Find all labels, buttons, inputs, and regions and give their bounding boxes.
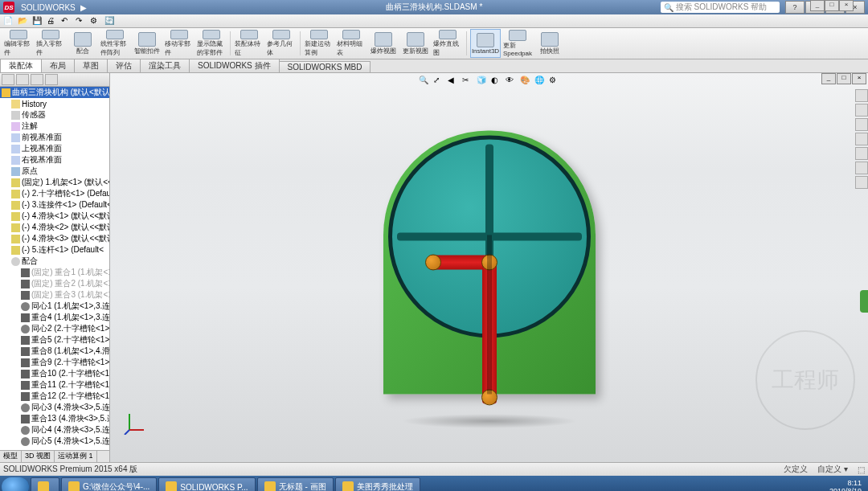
tree-item[interactable]: 重合8 (1.机架<1>,4.滑块... [0,346,109,357]
save-icon[interactable]: 💾 [32,16,43,26]
tree-item[interactable]: 重合12 (2.十字槽轮<1>,... [0,391,109,402]
status-trap-icon[interactable]: ⬚ [858,465,865,474]
ribbon-线性零部件阵列[interactable]: 线性零部件阵列 [100,29,130,58]
tab-草图[interactable]: 草图 [74,59,108,72]
system-clock[interactable]: 8:11 2019/8/19 [825,479,866,491]
view-palette-tab-icon[interactable] [855,133,868,145]
design-library-tab-icon[interactable] [855,104,868,117]
tab-布局[interactable]: 布局 [41,59,75,72]
view-settings-icon[interactable]: ⚙ [549,76,560,87]
prev-view-icon[interactable]: ◀ [448,76,459,87]
open-icon[interactable]: 📂 [18,16,29,26]
zoom-area-icon[interactable]: ⤢ [433,76,444,87]
orientation-triad[interactable] [123,411,147,435]
ribbon-装配体特征[interactable]: 装配体特征 [234,29,264,58]
start-button[interactable] [2,477,29,491]
forum-tab-icon[interactable] [855,176,868,189]
tree-item[interactable]: 同心5 (4.滑块<1>,5.连杆... [0,436,109,447]
tree-item[interactable]: (固定) 重合2 (1.机架<1>...) [0,278,109,289]
ribbon-Instant3D[interactable]: Instant3D [470,29,501,58]
scene-icon[interactable]: 🌐 [534,76,546,87]
pinned-explorer[interactable] [31,477,59,491]
taskbar-item[interactable]: 无标题 - 画图 [257,477,334,491]
zoom-fit-icon[interactable]: 🔍 [419,76,430,87]
display-tab-icon[interactable] [45,74,58,85]
tree-item[interactable]: 重合5 (2.十字槽轮<1>,3... [0,334,109,346]
tree-item[interactable]: 重合4 (1.机架<1>,3.连接... [0,312,109,323]
appearance-icon[interactable]: 🎨 [520,76,531,87]
taskbar-item[interactable]: SOLIDWORKS P... [158,477,255,491]
ribbon-移动零部件[interactable]: 移动零部件 [164,29,194,58]
help-button[interactable]: ? [785,1,805,14]
ribbon-更新视图[interactable]: 更新视图 [400,29,431,58]
ribbon-参考几何体[interactable]: 参考几何体 [266,29,297,58]
ribbon-插入零部件[interactable]: 插入零部件 [35,29,66,58]
tree-item[interactable]: (-) 3.连接件<1> (Default<<... [0,199,109,211]
tree-item[interactable]: (-) 5.连杆<1> (Default< [0,244,109,256]
footer-tab[interactable]: 运动算例 1 [55,451,97,462]
tree-item[interactable]: (固定) 1.机架<1> (默认<<默... [0,177,109,188]
resources-tab-icon[interactable] [855,89,868,102]
ribbon-爆炸直线图[interactable]: 爆炸直线图 [432,29,463,58]
new-icon[interactable]: 📄 [3,16,14,26]
appearances-tab-icon[interactable] [855,147,868,160]
tree-item[interactable]: 重合9 (2.十字槽轮<1>,4... [0,357,109,368]
task-pane-handle[interactable] [860,290,868,313]
ribbon-拍快照[interactable]: 拍快照 [534,29,565,58]
fm-tab-icon[interactable] [2,74,14,85]
tree-root[interactable]: 曲柄三滑块机构 (默认<默认_显...) [0,87,109,98]
doc-max-button[interactable]: □ [825,0,839,11]
tab-渲染工具[interactable]: 渲染工具 [140,59,190,72]
ribbon-材料明细表[interactable]: 材料明细表 [336,29,366,58]
tree-item[interactable]: 同心1 (1.机架<1>,3.连接... [0,301,109,312]
vp-max-button[interactable]: □ [837,73,851,84]
doc-min-button[interactable]: _ [810,0,825,11]
display-style-icon[interactable]: ◐ [491,76,502,87]
config-tab-icon[interactable] [31,74,43,85]
ribbon-配合[interactable]: 配合 [68,29,98,58]
file-explorer-tab-icon[interactable] [855,118,868,131]
tree-item[interactable]: (固定) 重合1 (1.机架<1>...) [0,267,109,278]
tree-item[interactable]: 重合11 (2.十字槽轮<1>,... [0,379,109,391]
ribbon-新建运动算例[interactable]: 新建运动算例 [304,29,334,58]
search-input[interactable]: 🔍 搜索 SOLIDWORKS 帮助 [661,2,780,13]
tab-装配体[interactable]: 装配体 [0,59,42,72]
tree-item[interactable]: (-) 2.十字槽轮<1> (Default... [0,188,109,199]
hide-show-icon[interactable]: 👁 [506,76,517,87]
custom-props-tab-icon[interactable] [855,162,868,174]
footer-tab[interactable]: 3D 视图 [22,451,55,462]
section-icon[interactable]: ✂ [462,76,473,87]
tree-item[interactable]: 传感器 [0,109,109,121]
taskbar-item[interactable]: G:\微信公众号\4-... [61,477,157,491]
doc-close-button[interactable]: × [839,0,854,11]
tree-item[interactable]: 同心3 (4.滑块<3>,5.连杆... [0,402,109,413]
tree-item[interactable]: 上视基准面 [0,143,109,154]
tree-item[interactable]: 重合13 (4.滑块<3>,5.连... [0,413,109,424]
ribbon-爆炸视图[interactable]: 爆炸视图 [368,29,399,58]
tree-item[interactable]: 配合 [0,256,109,267]
tree-item[interactable]: (-) 4.滑块<2> (默认<<默认... [0,222,109,233]
prop-tab-icon[interactable] [16,74,29,85]
tree-item[interactable]: (-) 4.滑块<1> (默认<<默认... [0,211,109,222]
options-icon[interactable]: ⚙ [90,16,101,26]
tab-SOLIDWORKS MBD[interactable]: SOLIDWORKS MBD [279,61,371,72]
tree-item[interactable]: 同心4 (4.滑块<3>,5.连杆... [0,424,109,436]
ribbon-编辑零部件[interactable]: 编辑零部件 [3,29,34,58]
ribbon-更新 Speedpak[interactable]: 更新 Speedpak [502,29,533,58]
tree-item[interactable]: 右视基准面 [0,154,109,166]
tree-item[interactable]: History [0,98,109,109]
tab-评估[interactable]: 评估 [107,59,141,72]
taskbar-item[interactable]: 美图秀秀批处理 [335,477,420,491]
vp-close-button[interactable]: × [852,73,866,84]
tree-item[interactable]: 前视基准面 [0,132,109,143]
feature-tree[interactable]: 曲柄三滑块机构 (默认<默认_显...) History传感器注解前视基准面上视… [0,87,109,450]
tree-item[interactable]: (-) 4.滑块<3> (默认<<默认... [0,233,109,244]
print-icon[interactable]: 🖨 [47,16,58,26]
status-units[interactable]: 自定义 ▾ [817,464,848,475]
footer-tab[interactable]: 模型 [0,451,22,462]
vp-min-button[interactable]: _ [821,73,836,84]
tab-SOLIDWORKS 插件[interactable]: SOLIDWORKS 插件 [189,59,280,72]
tree-item[interactable]: (固定) 重合3 (1.机架<1>...) [0,289,109,301]
tree-item[interactable]: 注解 [0,121,109,132]
tree-item[interactable]: 原点 [0,166,109,177]
